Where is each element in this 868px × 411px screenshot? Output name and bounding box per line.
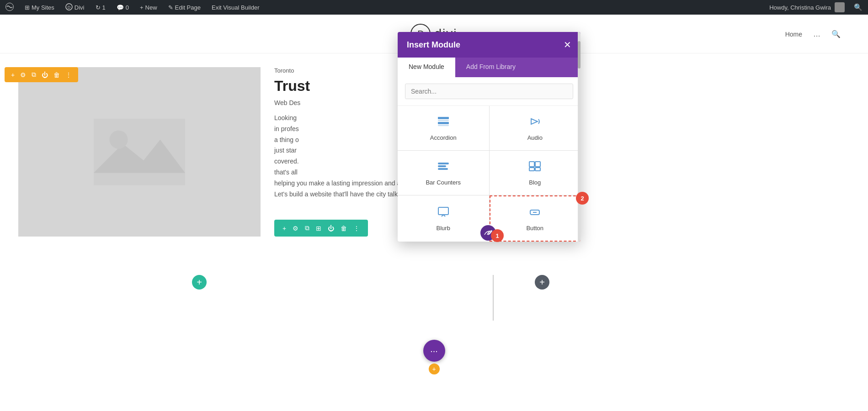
- section-more-btn[interactable]: ⋮: [351, 224, 362, 233]
- blurb-icon: [437, 206, 450, 221]
- svg-rect-10: [438, 125, 449, 126]
- modal-title: Insert Module: [407, 40, 460, 50]
- site-search-btn[interactable]: 🔍: [831, 30, 841, 38]
- svg-text:D: D: [68, 5, 71, 10]
- section-grid-btn[interactable]: ⊞: [314, 224, 323, 233]
- updates-count: 1: [102, 4, 106, 11]
- module-grid: Accordion Audio: [398, 106, 580, 242]
- svg-rect-18: [535, 168, 540, 171]
- svg-point-5: [110, 130, 128, 148]
- module-label-blog: Blog: [529, 179, 541, 186]
- module-item-blog[interactable]: Blog: [490, 151, 581, 195]
- new-menu[interactable]: + New: [138, 4, 159, 11]
- section-power-btn[interactable]: ⏻: [326, 224, 336, 233]
- hero-image-placeholder: [18, 67, 261, 237]
- row-toolbar: + ⚙ ⧉ ⏻ 🗑 ⋮: [5, 67, 78, 82]
- row-more-btn[interactable]: ⋮: [64, 70, 74, 79]
- nav-ellipsis: …: [813, 30, 820, 38]
- edit-page-label: Edit Page: [175, 4, 201, 11]
- divi-menu[interactable]: D Divi: [64, 3, 86, 12]
- module-item-audio[interactable]: Audio: [490, 106, 581, 150]
- module-label-audio: Audio: [527, 134, 543, 141]
- floating-dots-btn[interactable]: ···: [423, 340, 445, 362]
- admin-search-icon: 🔍: [854, 3, 863, 11]
- row-add-btn[interactable]: +: [9, 70, 16, 79]
- module-label-blurb: Blurb: [437, 225, 450, 232]
- avatar: [835, 2, 845, 12]
- svg-rect-16: [535, 162, 540, 167]
- annotation-circle-1: 1: [491, 229, 504, 242]
- svg-rect-9: [438, 122, 449, 124]
- divi-label: Divi: [75, 4, 85, 11]
- site-nav: Home … 🔍: [785, 30, 841, 38]
- vertical-line: [493, 275, 494, 321]
- module-item-accordion[interactable]: Accordion: [398, 106, 489, 150]
- button-icon: [528, 206, 541, 221]
- insert-module-modal: Insert Module ✕ New Module Add From Libr…: [398, 32, 580, 242]
- floating-dots-icon: ···: [430, 346, 438, 356]
- bottom-add-circle-right[interactable]: +: [535, 275, 549, 290]
- exit-visual-builder-btn[interactable]: Exit Visual Builder: [210, 4, 261, 11]
- svg-rect-8: [438, 120, 449, 121]
- admin-search-btn[interactable]: 🔍: [852, 3, 864, 11]
- section-toolbar: + ⚙ ⧉ ⊞ ⏻ 🗑 ⋮: [274, 220, 368, 237]
- divi-icon: D: [65, 3, 73, 12]
- pencil-icon: ✎: [168, 4, 173, 11]
- row-trash-btn[interactable]: 🗑: [52, 70, 62, 79]
- admin-bar: ⊞ My Sites D Divi ↻ 1 💬 0 + New ✎ Edit P…: [0, 0, 868, 15]
- exit-vb-label: Exit Visual Builder: [212, 4, 260, 11]
- accordion-icon: [437, 115, 450, 131]
- modal-scrollbar[interactable]: [578, 32, 580, 242]
- section-trash-btn[interactable]: 🗑: [339, 224, 349, 233]
- svg-rect-12: [438, 163, 449, 164]
- comments-menu[interactable]: 💬 0: [115, 4, 131, 11]
- edit-page-btn[interactable]: ✎ Edit Page: [166, 4, 202, 11]
- module-item-bar-counters[interactable]: Bar Counters: [398, 151, 489, 195]
- row-clone-btn[interactable]: ⧉: [30, 70, 38, 79]
- module-label-accordion: Accordion: [430, 134, 457, 141]
- tab-new-module[interactable]: New Module: [398, 58, 455, 77]
- blog-icon: [528, 160, 541, 175]
- updates-icon: ↻: [96, 4, 101, 11]
- modal-scrollbar-thumb: [578, 41, 580, 68]
- modal-header: Insert Module ✕: [398, 32, 580, 58]
- my-sites-icon: ⊞: [25, 4, 30, 11]
- bottom-add-circle-center[interactable]: +: [192, 275, 207, 290]
- section-clone-btn[interactable]: ⧉: [303, 223, 311, 233]
- wp-logo[interactable]: [4, 3, 16, 12]
- audio-icon: [528, 115, 541, 131]
- modal-tabs: New Module Add From Library: [398, 58, 580, 77]
- svg-rect-15: [529, 162, 534, 167]
- tab-add-from-library[interactable]: Add From Library: [455, 58, 527, 77]
- annotation-circle-2: 2: [576, 192, 589, 205]
- svg-rect-3: [94, 119, 185, 185]
- new-icon: +: [140, 4, 144, 11]
- new-label: New: [145, 4, 157, 11]
- floating-plus-btn[interactable]: +: [429, 364, 440, 374]
- wp-icon: [5, 3, 14, 12]
- svg-rect-7: [438, 117, 449, 119]
- bar-counters-icon: [437, 160, 450, 175]
- module-label-bar-counters: Bar Counters: [426, 179, 461, 186]
- howdy-text: Howdy, Christina Gwira: [769, 4, 831, 11]
- svg-marker-11: [531, 119, 538, 124]
- row-power-btn[interactable]: ⏻: [40, 70, 50, 79]
- svg-rect-13: [438, 165, 446, 167]
- comments-count: 0: [126, 4, 129, 11]
- modal-search-area: [398, 77, 580, 106]
- my-sites-label: My Sites: [32, 4, 54, 11]
- module-search-input[interactable]: [405, 84, 573, 99]
- user-greeting[interactable]: Howdy, Christina Gwira: [767, 2, 847, 12]
- modal-close-btn[interactable]: ✕: [564, 39, 571, 50]
- module-label-button: Button: [526, 225, 543, 232]
- updates-menu[interactable]: ↻ 1: [94, 4, 107, 11]
- nav-home[interactable]: Home: [785, 30, 802, 37]
- section-add-btn[interactable]: +: [281, 224, 288, 233]
- comments-icon: 💬: [117, 4, 124, 11]
- row-settings-btn[interactable]: ⚙: [18, 70, 28, 79]
- section-settings-btn[interactable]: ⚙: [291, 224, 300, 233]
- module-item-blurb[interactable]: Blurb: [398, 195, 489, 242]
- my-sites-menu[interactable]: ⊞ My Sites: [23, 4, 56, 11]
- floating-action-area: ··· +: [423, 340, 445, 374]
- svg-rect-14: [438, 168, 448, 170]
